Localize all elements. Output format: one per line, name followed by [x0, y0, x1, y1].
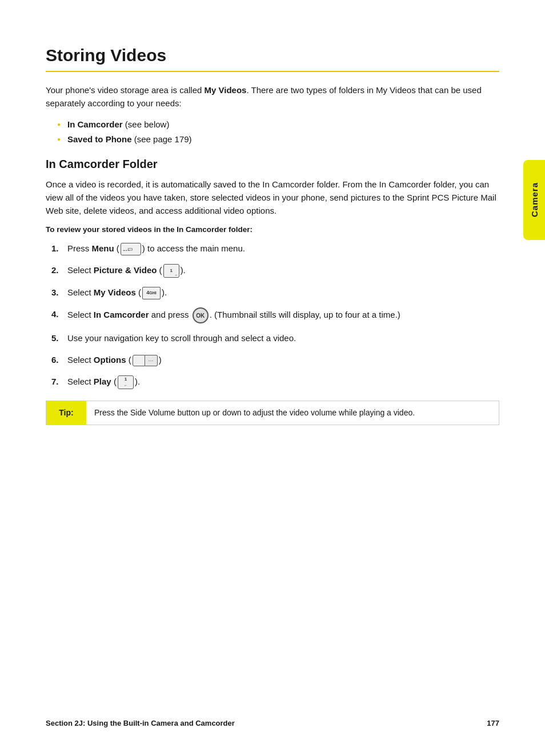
ok-icon: OK [193, 307, 209, 323]
step-number: 2. [51, 263, 67, 277]
title-rule [46, 71, 499, 72]
steps-list: 1. Press Menu (...▭) to access the main … [51, 242, 499, 389]
step-content: Select Picture & Video (1⌐). [67, 263, 499, 278]
tip-box: Tip: Press the Side Volume button up or … [46, 401, 499, 425]
page-title: Storing Videos [46, 46, 499, 65]
step-content: Press Menu (...▭) to access the main men… [67, 242, 499, 255]
step-5: 5. Use your navigation key to scroll thr… [51, 331, 499, 345]
list-item: Saved to Phone (see page 179) [57, 133, 499, 146]
side-tab-label: Camera [530, 182, 539, 217]
step-3: 3. Select My Videos (4GHI). [51, 286, 499, 299]
instruction-label: To review your stored videos in the In C… [46, 225, 499, 234]
step-number: 1. [51, 242, 67, 255]
step-number: 7. [51, 375, 67, 388]
menu-icon: ...▭ [121, 243, 141, 255]
step-content: Select Options (···) [67, 353, 499, 367]
step-2: 2. Select Picture & Video (1⌐). [51, 263, 499, 278]
step-content: Select Play (1⌐). [67, 375, 499, 389]
picture-video-icon: 1⌐ [163, 264, 179, 278]
step-content: Use your navigation key to scroll throug… [67, 331, 499, 345]
step-1: 1. Press Menu (...▭) to access the main … [51, 242, 499, 255]
list-item: In Camcorder (see below) [57, 118, 499, 131]
step-number: 6. [51, 353, 67, 366]
footer-section-text: Section 2J: Using the Built-in Camera an… [46, 719, 235, 727]
side-tab: Camera [523, 160, 545, 240]
step-number: 5. [51, 331, 67, 345]
footer-page-number: 177 [487, 719, 499, 727]
section-heading: In Camcorder Folder [46, 158, 499, 171]
step-content: Select My Videos (4GHI). [67, 286, 499, 299]
step-content: Select In Camcorder and press OK. (Thumb… [67, 307, 499, 323]
tip-content: Press the Side Volume button up or down … [86, 401, 423, 425]
intro-text: Your phone's video storage area is calle… [46, 83, 499, 110]
step-number: 3. [51, 286, 67, 299]
step-4: 4. Select In Camcorder and press OK. (Th… [51, 307, 499, 323]
page-footer: Section 2J: Using the Built-in Camera an… [46, 719, 499, 727]
bullet-list: In Camcorder (see below) Saved to Phone … [57, 118, 499, 146]
my-videos-icon: 4GHI [142, 287, 161, 299]
tip-label: Tip: [46, 401, 86, 425]
page-container: Camera Storing Videos Your phone's video… [0, 0, 545, 756]
options-icon: ··· [133, 354, 158, 367]
step-7: 7. Select Play (1⌐). [51, 375, 499, 389]
play-icon: 1⌐ [118, 375, 134, 389]
step-6: 6. Select Options (···) [51, 353, 499, 367]
section-body: Once a video is recorded, it is automati… [46, 178, 499, 218]
step-number: 4. [51, 307, 67, 321]
